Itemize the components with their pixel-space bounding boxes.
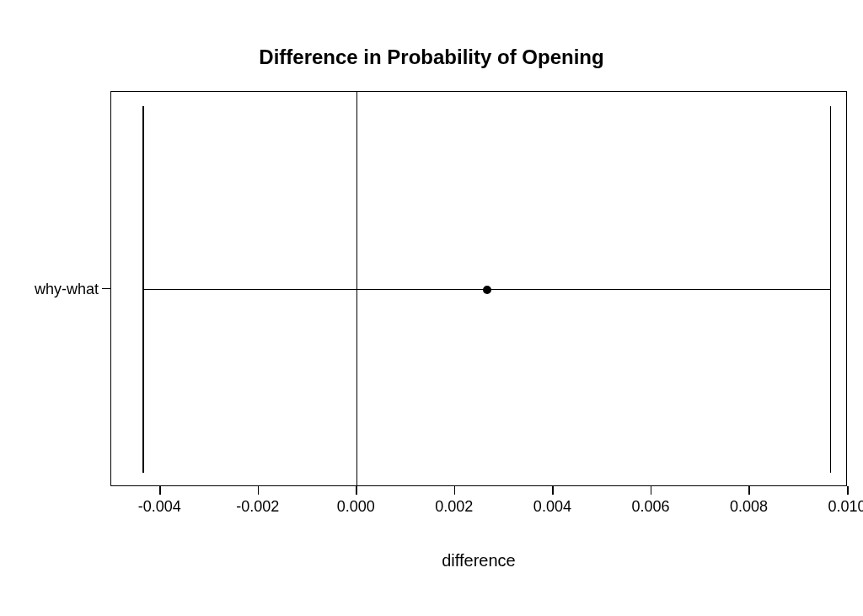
x-tick-mark — [748, 486, 750, 495]
x-tick-mark — [552, 486, 554, 495]
x-tick-mark — [651, 486, 652, 495]
chart-title: Difference in Probability of Opening — [0, 46, 863, 69]
x-tick-label: -0.002 — [236, 498, 279, 516]
x-tick-mark — [258, 486, 260, 495]
x-tick-label: -0.004 — [138, 498, 181, 516]
y-tick-label: why-what — [35, 280, 99, 297]
x-tick-label: 0.004 — [533, 498, 571, 516]
x-axis: -0.004-0.0020.0000.0020.0040.0060.0080.0… — [110, 486, 847, 537]
plot-area — [110, 91, 847, 486]
y-tick-mark — [102, 288, 110, 290]
x-tick-label: 0.006 — [631, 498, 669, 516]
x-tick-mark — [847, 486, 849, 495]
point-estimate — [483, 286, 491, 294]
x-tick-label: 0.000 — [337, 498, 375, 516]
x-tick-label: 0.010 — [828, 498, 863, 516]
x-axis-label: difference — [110, 551, 847, 570]
x-tick-mark — [356, 486, 357, 495]
x-tick-label: 0.008 — [730, 498, 768, 516]
x-tick-label: 0.002 — [435, 498, 473, 516]
chart-container: Difference in Probability of Opening -0.… — [0, 0, 863, 616]
x-tick-mark — [159, 486, 161, 495]
y-axis: why-what — [0, 91, 110, 486]
x-tick-mark — [454, 486, 456, 495]
